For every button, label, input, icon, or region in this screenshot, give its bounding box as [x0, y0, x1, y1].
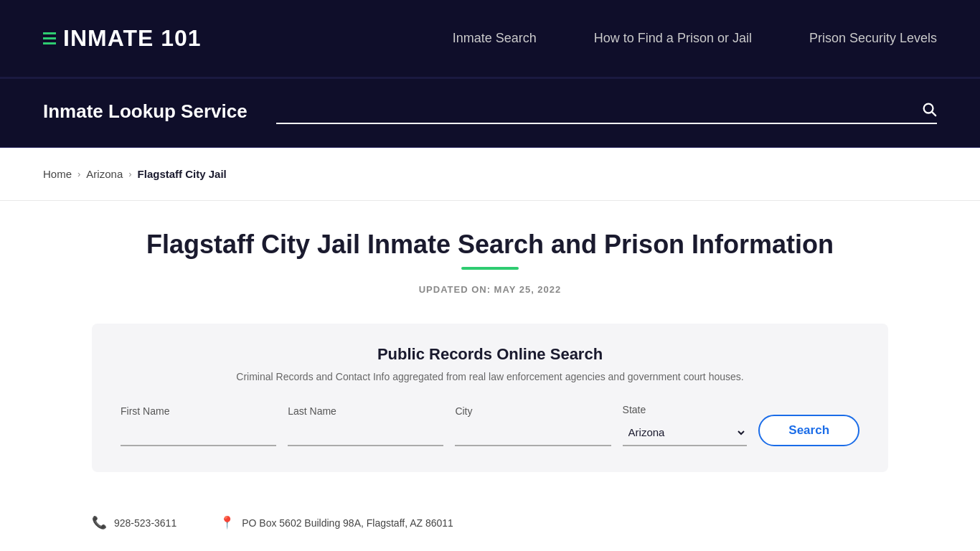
logo-bars-icon [43, 32, 56, 44]
phone-info: 📞 928-523-3611 [92, 515, 176, 530]
nav-link-security-levels[interactable]: Prison Security Levels [809, 31, 937, 45]
breadcrumb-section: Home › Arizona › Flagstaff City Jail [0, 148, 980, 201]
state-field: State AlabamaAlaskaArizonaArkansasCalifo… [623, 404, 748, 446]
page-title: Flagstaff City Jail Inmate Search and Pr… [43, 230, 937, 260]
breadcrumb-current: Flagstaff City Jail [138, 168, 227, 180]
nav-links-list: Inmate Search How to Find a Prison or Ja… [453, 31, 937, 46]
nav-item-security-levels[interactable]: Prison Security Levels [809, 31, 937, 46]
nav-link-find-prison[interactable]: How to Find a Prison or Jail [594, 31, 752, 45]
logo-text: INMATE 101 [63, 25, 202, 52]
last-name-input[interactable] [288, 421, 443, 446]
public-records-card: Public Records Online Search Criminal Re… [92, 324, 888, 472]
search-input[interactable] [276, 99, 937, 123]
search-icon-button[interactable] [921, 101, 937, 121]
search-icon [921, 101, 937, 117]
svg-point-0 [924, 103, 933, 113]
nav-item-find-prison[interactable]: How to Find a Prison or Jail [594, 31, 752, 46]
bottom-info: 📞 928-523-3611 📍 PO Box 5602 Building 98… [49, 501, 931, 530]
search-service-label: Inmate Lookup Service [43, 100, 248, 123]
location-icon: 📍 [220, 515, 235, 530]
breadcrumb-chevron-2: › [128, 169, 131, 179]
last-name-label: Last Name [288, 405, 443, 417]
last-name-field: Last Name [288, 405, 443, 446]
phone-text: 928-523-3611 [114, 517, 176, 529]
main-content: Flagstaff City Jail Inmate Search and Pr… [0, 201, 980, 501]
nav-link-inmate-search[interactable]: Inmate Search [453, 31, 537, 45]
updated-label: UPDATED ON: MAY 25, 2022 [43, 284, 937, 295]
state-select[interactable]: AlabamaAlaskaArizonaArkansasCaliforniaCo… [623, 420, 748, 446]
first-name-input[interactable] [121, 421, 276, 446]
card-subtitle: Criminal Records and Contact Info aggreg… [121, 371, 859, 382]
nav-item-inmate-search[interactable]: Inmate Search [453, 31, 537, 46]
svg-line-1 [933, 112, 936, 116]
search-button[interactable]: Search [758, 415, 859, 446]
search-form: First Name Last Name City State AlabamaA… [121, 404, 859, 446]
state-label: State [623, 404, 748, 415]
phone-icon: 📞 [92, 515, 107, 530]
search-bar-section: Inmate Lookup Service [0, 79, 980, 148]
card-title: Public Records Online Search [121, 345, 859, 364]
search-input-wrap [276, 99, 937, 124]
first-name-label: First Name [121, 405, 276, 417]
first-name-field: First Name [121, 405, 276, 446]
city-label: City [455, 405, 611, 417]
logo-link[interactable]: INMATE 101 [43, 25, 202, 52]
address-info: 📍 PO Box 5602 Building 98A, Flagstaff, A… [220, 515, 453, 530]
city-input[interactable] [455, 421, 611, 446]
breadcrumb: Home › Arizona › Flagstaff City Jail [43, 168, 937, 180]
breadcrumb-home[interactable]: Home [43, 168, 72, 180]
breadcrumb-state[interactable]: Arizona [86, 168, 123, 180]
address-text: PO Box 5602 Building 98A, Flagstaff, AZ … [242, 517, 453, 529]
top-navigation: INMATE 101 Inmate Search How to Find a P… [0, 0, 980, 79]
city-field: City [455, 405, 611, 446]
title-underline [461, 267, 519, 270]
breadcrumb-chevron-1: › [77, 169, 80, 179]
